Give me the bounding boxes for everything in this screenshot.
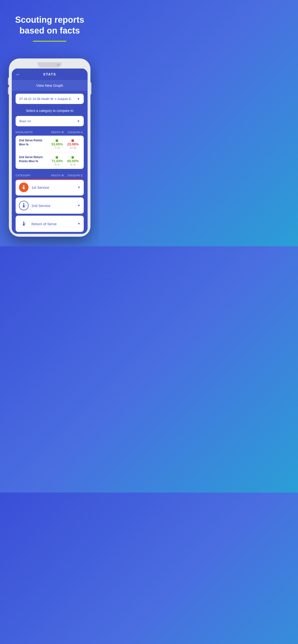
- category-dropdown-text: Boys 14: [20, 119, 31, 123]
- category-label-2nd-service: 2nd Service: [32, 204, 75, 208]
- highlights-card: 2nd Serve Points Won % 53.85% 7 • 6 23.0…: [16, 136, 84, 169]
- screen-title: STATS: [43, 72, 56, 76]
- highlights-col-label: HIGHLIGHTS: [16, 131, 49, 134]
- hero-underline: [33, 41, 66, 42]
- phone-mockup: ← STATS View New Graph 07.18.22 14:38 He…: [0, 58, 99, 246]
- indicator-green-1: [56, 140, 58, 142]
- category-label-1st-service: 1st Service: [32, 186, 75, 190]
- category-col-label: CATEGORY: [16, 174, 49, 177]
- highlight-player2-value-1: 23.08% 3 • 10: [66, 138, 80, 149]
- phone-notch-area: [12, 61, 88, 68]
- screen-header: ← STATS: [12, 68, 88, 80]
- highlight-row-1: 2nd Serve Points Won % 53.85% 7 • 6 23.0…: [16, 136, 84, 152]
- category-dropdown-arrow: ▼: [77, 120, 80, 123]
- highlight-sub-2-p2: 6 • 4: [66, 164, 80, 166]
- 1st-service-icon-circle: [19, 182, 29, 192]
- match-dropdown-container: 07.18.22 14:38 Heath W. v Joaquin E. ▼: [12, 91, 88, 107]
- category-chevron-2: ▼: [77, 204, 80, 207]
- highlight-sub-1-p2: 3 • 10: [66, 146, 80, 149]
- category-item-return-of-serve[interactable]: Return of Serve ▼: [16, 216, 84, 232]
- indicator-green-2b: [72, 156, 74, 158]
- back-button[interactable]: ←: [16, 72, 20, 77]
- category-dropdown-container: Boys 14 ▼: [12, 115, 88, 129]
- phone-notch: [38, 62, 62, 68]
- select-category-label: Select a category to compare to: [12, 107, 88, 115]
- tennis-serve-icon-2: 2: [21, 203, 27, 208]
- phone-volume-up-button: [8, 78, 9, 85]
- match-dropdown-arrow: ▼: [77, 97, 80, 100]
- phone-power-button: [90, 82, 91, 94]
- indicator-red-1: [72, 140, 74, 142]
- highlights-col-player2: JOAQUIN E.: [67, 131, 84, 134]
- view-new-graph-button[interactable]: View New Graph: [12, 80, 88, 91]
- category-table-header: CATEGORY HEATH W. JOAQUIN E.: [12, 172, 88, 179]
- tennis-return-icon: [21, 221, 27, 227]
- hero-title: Scouting reports based on facts: [7, 14, 92, 36]
- svg-text:2: 2: [25, 204, 26, 206]
- highlight-player1-value-2: 71.43% 5 • 2: [50, 155, 65, 166]
- highlight-sub-2-p1: 5 • 2: [50, 164, 65, 166]
- hero-section: Scouting reports based on facts: [0, 0, 99, 58]
- svg-point-2: [23, 185, 25, 186]
- highlight-label-2: 2nd Serve Return Points Won %: [19, 155, 49, 164]
- indicator-green-2a: [56, 156, 58, 158]
- category-dropdown[interactable]: Boys 14 ▼: [16, 116, 84, 126]
- highlight-player1-value-1: 53.85% 7 • 6: [50, 138, 65, 149]
- return-of-serve-icon-circle: [19, 219, 29, 228]
- category-chevron-3: ▼: [77, 222, 80, 226]
- highlights-col-player1: HEATH W.: [50, 131, 66, 134]
- category-item-2nd-service[interactable]: 2 2nd Service ▼: [16, 198, 84, 214]
- category-label-return-of-serve: Return of Serve: [32, 222, 75, 226]
- tennis-serve-icon-1: [21, 184, 27, 190]
- phone-screen: ← STATS View New Graph 07.18.22 14:38 He…: [12, 68, 88, 234]
- phone-frame: ← STATS View New Graph 07.18.22 14:38 He…: [9, 58, 90, 237]
- highlights-table-header: HIGHLIGHTS HEATH W. JOAQUIN E.: [12, 129, 88, 136]
- highlight-player2-value-2: 60.00% 6 • 4: [66, 155, 80, 166]
- svg-point-5: [23, 222, 25, 223]
- category-item-1st-service[interactable]: 1st Service ▼: [16, 179, 84, 196]
- category-col-player1: HEATH W.: [50, 174, 66, 177]
- match-dropdown[interactable]: 07.18.22 14:38 Heath W. v Joaquin E. ▼: [16, 94, 84, 104]
- category-col-player2: JOAQUIN E.: [67, 174, 84, 177]
- match-dropdown-text: 07.18.22 14:38 Heath W. v Joaquin E.: [20, 97, 72, 100]
- phone-volume-down-button: [8, 87, 9, 94]
- highlight-sub-1-p1: 7 • 6: [50, 146, 65, 149]
- category-chevron-1: ▼: [77, 186, 80, 189]
- highlight-label-1: 2nd Serve Points Won %: [19, 138, 49, 146]
- phone-camera: [57, 64, 59, 66]
- 2nd-service-icon-circle: 2: [19, 201, 29, 210]
- highlight-row-2: 2nd Serve Return Points Won % 71.43% 5 •…: [16, 152, 84, 169]
- svg-point-3: [23, 204, 25, 204]
